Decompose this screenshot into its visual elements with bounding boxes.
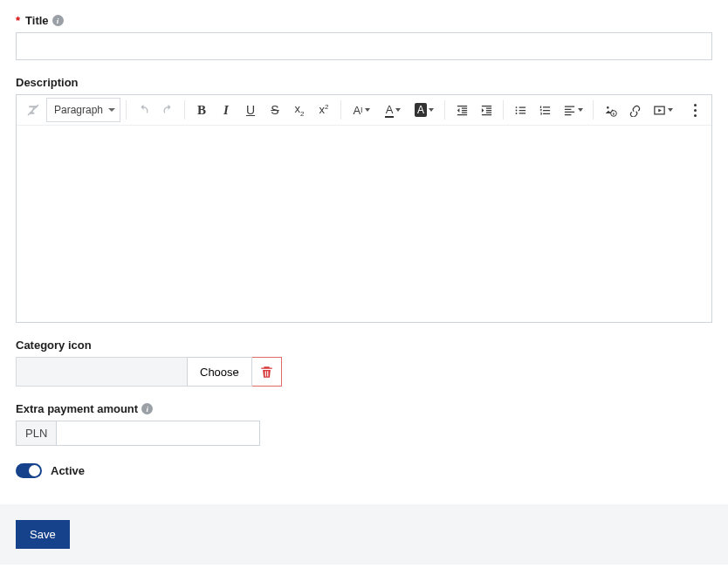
italic-icon[interactable]: I — [215, 98, 237, 122]
divider — [126, 100, 127, 120]
text-color-icon[interactable]: A — [378, 98, 408, 122]
clear-format-icon[interactable] — [22, 98, 45, 122]
redo-icon[interactable] — [156, 98, 179, 122]
media-icon[interactable] — [648, 98, 677, 122]
divider — [184, 100, 185, 120]
active-toggle[interactable] — [16, 463, 42, 478]
active-label: Active — [51, 464, 85, 477]
trash-icon[interactable] — [252, 357, 282, 387]
extra-payment-label: Extra payment amount — [16, 402, 138, 415]
bullet-list-icon[interactable] — [509, 98, 532, 122]
divider — [340, 100, 341, 120]
font-size-icon[interactable]: AI — [347, 98, 376, 122]
indent-icon[interactable] — [475, 98, 498, 122]
subscript-icon[interactable]: x2 — [288, 98, 311, 122]
required-mark: * — [16, 14, 20, 27]
title-field: * Title i — [16, 14, 712, 60]
divider — [444, 100, 445, 120]
description-field: Description Paragraph — [16, 76, 712, 323]
underline-icon[interactable]: U — [239, 98, 262, 122]
description-editor[interactable] — [17, 126, 711, 322]
amount-input[interactable] — [57, 421, 260, 446]
outdent-icon[interactable] — [450, 98, 473, 122]
extra-payment-field: Extra payment amount i PLN — [16, 402, 712, 446]
choose-button[interactable]: Choose — [187, 357, 252, 387]
numbered-list-icon[interactable] — [533, 98, 556, 122]
undo-icon[interactable] — [132, 98, 155, 122]
info-icon[interactable]: i — [141, 403, 153, 414]
save-button[interactable]: Save — [16, 520, 70, 549]
info-icon[interactable]: i — [52, 15, 64, 26]
icon-preview — [16, 357, 187, 387]
active-field: Active — [16, 463, 712, 478]
svg-line-0 — [28, 105, 38, 115]
category-icon-label: Category icon — [16, 339, 92, 352]
category-icon-field: Category icon Choose — [16, 339, 712, 387]
footer: Save — [0, 504, 728, 565]
divider — [503, 100, 504, 120]
title-label: Title — [25, 14, 49, 27]
image-icon[interactable]: e — [599, 98, 622, 122]
currency-label: PLN — [16, 421, 57, 446]
rich-text-editor: Paragraph B I U S x2 x2 AI A — [16, 94, 712, 323]
title-input[interactable] — [16, 32, 712, 60]
svg-rect-3 — [654, 106, 663, 114]
align-icon[interactable] — [558, 98, 587, 122]
svg-text:e: e — [613, 112, 615, 116]
format-select[interactable]: Paragraph — [46, 98, 120, 122]
description-label: Description — [16, 76, 79, 89]
more-icon[interactable] — [683, 98, 706, 122]
highlight-icon[interactable]: A — [409, 98, 439, 122]
svg-point-1 — [611, 111, 617, 117]
bold-icon[interactable]: B — [190, 98, 213, 122]
superscript-icon[interactable]: x2 — [312, 98, 335, 122]
strikethrough-icon[interactable]: S — [264, 98, 286, 122]
link-icon[interactable] — [623, 98, 646, 122]
divider — [593, 100, 594, 120]
editor-toolbar: Paragraph B I U S x2 x2 AI A — [17, 95, 711, 126]
